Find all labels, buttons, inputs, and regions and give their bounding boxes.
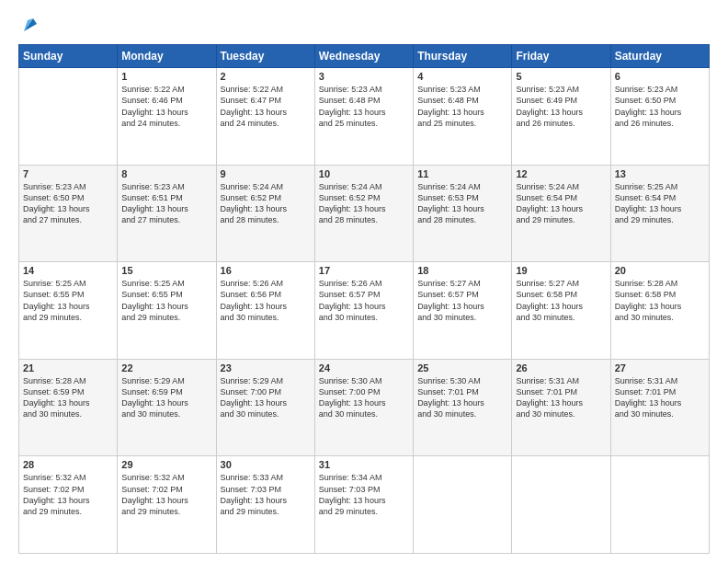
day-info: Sunrise: 5:28 AM Sunset: 6:58 PM Dayligh… [615, 278, 705, 323]
day-number: 29 [121, 459, 211, 470]
calendar-table: SundayMondayTuesdayWednesdayThursdayFrid… [18, 44, 710, 554]
day-number: 2 [221, 71, 311, 82]
weekday-friday: Friday [512, 45, 610, 68]
day-number: 28 [23, 459, 113, 470]
day-info: Sunrise: 5:25 AM Sunset: 6:54 PM Dayligh… [615, 181, 705, 226]
day-cell [610, 456, 709, 554]
day-cell: 17Sunrise: 5:26 AM Sunset: 6:57 PM Dayli… [314, 262, 413, 360]
weekday-saturday: Saturday [610, 45, 709, 68]
day-cell: 18Sunrise: 5:27 AM Sunset: 6:57 PM Dayli… [414, 262, 512, 360]
weekday-wednesday: Wednesday [314, 45, 413, 68]
day-cell: 4Sunrise: 5:23 AM Sunset: 6:48 PM Daylig… [414, 68, 512, 166]
day-info: Sunrise: 5:24 AM Sunset: 6:52 PM Dayligh… [221, 181, 311, 226]
day-info: Sunrise: 5:24 AM Sunset: 6:54 PM Dayligh… [516, 181, 606, 226]
day-number: 19 [516, 265, 606, 276]
day-cell: 21Sunrise: 5:28 AM Sunset: 6:59 PM Dayli… [19, 359, 118, 456]
weekday-thursday: Thursday [414, 45, 512, 68]
day-number: 23 [221, 362, 311, 373]
day-info: Sunrise: 5:23 AM Sunset: 6:49 PM Dayligh… [516, 84, 606, 129]
day-number: 4 [417, 71, 507, 82]
day-number: 25 [417, 362, 507, 373]
day-cell: 11Sunrise: 5:24 AM Sunset: 6:53 PM Dayli… [414, 165, 512, 262]
day-info: Sunrise: 5:31 AM Sunset: 7:01 PM Dayligh… [516, 375, 606, 420]
day-cell: 10Sunrise: 5:24 AM Sunset: 6:52 PM Dayli… [314, 165, 413, 262]
day-info: Sunrise: 5:23 AM Sunset: 6:51 PM Dayligh… [121, 181, 211, 226]
weekday-sunday: Sunday [19, 45, 118, 68]
day-number: 6 [615, 71, 705, 82]
day-cell: 20Sunrise: 5:28 AM Sunset: 6:58 PM Dayli… [610, 262, 709, 360]
day-cell: 29Sunrise: 5:32 AM Sunset: 7:02 PM Dayli… [118, 456, 216, 554]
day-cell: 27Sunrise: 5:31 AM Sunset: 7:01 PM Dayli… [610, 359, 709, 456]
weekday-header-row: SundayMondayTuesdayWednesdayThursdayFrid… [19, 45, 710, 68]
day-info: Sunrise: 5:32 AM Sunset: 7:02 PM Dayligh… [121, 472, 211, 517]
day-cell: 25Sunrise: 5:30 AM Sunset: 7:01 PM Dayli… [414, 359, 512, 456]
day-info: Sunrise: 5:23 AM Sunset: 6:48 PM Dayligh… [319, 84, 409, 129]
day-number: 1 [121, 71, 211, 82]
day-number: 3 [319, 71, 409, 82]
day-number: 14 [23, 265, 113, 276]
day-number: 8 [121, 168, 211, 179]
weekday-tuesday: Tuesday [216, 45, 314, 68]
day-number: 30 [221, 459, 311, 470]
day-info: Sunrise: 5:27 AM Sunset: 6:57 PM Dayligh… [417, 278, 507, 323]
day-number: 10 [319, 168, 409, 179]
day-cell: 12Sunrise: 5:24 AM Sunset: 6:54 PM Dayli… [512, 165, 610, 262]
day-cell: 14Sunrise: 5:25 AM Sunset: 6:55 PM Dayli… [19, 262, 118, 360]
logo-icon [20, 15, 40, 35]
day-number: 12 [516, 168, 606, 179]
day-cell: 6Sunrise: 5:23 AM Sunset: 6:50 PM Daylig… [610, 68, 709, 166]
day-info: Sunrise: 5:22 AM Sunset: 6:46 PM Dayligh… [121, 84, 211, 129]
day-cell: 3Sunrise: 5:23 AM Sunset: 6:48 PM Daylig… [314, 68, 413, 166]
day-number: 24 [319, 362, 409, 373]
day-cell [19, 68, 118, 166]
day-number: 31 [319, 459, 409, 470]
day-number: 18 [417, 265, 507, 276]
day-number: 7 [23, 168, 113, 179]
day-number: 21 [23, 362, 113, 373]
day-info: Sunrise: 5:33 AM Sunset: 7:03 PM Dayligh… [221, 472, 311, 517]
day-number: 27 [615, 362, 705, 373]
day-cell: 19Sunrise: 5:27 AM Sunset: 6:58 PM Dayli… [512, 262, 610, 360]
day-info: Sunrise: 5:29 AM Sunset: 7:00 PM Dayligh… [221, 375, 311, 420]
day-info: Sunrise: 5:27 AM Sunset: 6:58 PM Dayligh… [516, 278, 606, 323]
day-number: 13 [615, 168, 705, 179]
day-number: 22 [121, 362, 211, 373]
day-info: Sunrise: 5:26 AM Sunset: 6:56 PM Dayligh… [221, 278, 311, 323]
day-info: Sunrise: 5:31 AM Sunset: 7:01 PM Dayligh… [615, 375, 705, 420]
day-cell: 8Sunrise: 5:23 AM Sunset: 6:51 PM Daylig… [118, 165, 216, 262]
logo [18, 15, 39, 35]
day-info: Sunrise: 5:25 AM Sunset: 6:55 PM Dayligh… [121, 278, 211, 323]
day-info: Sunrise: 5:22 AM Sunset: 6:47 PM Dayligh… [221, 84, 311, 129]
day-number: 9 [221, 168, 311, 179]
day-cell: 9Sunrise: 5:24 AM Sunset: 6:52 PM Daylig… [216, 165, 314, 262]
day-number: 16 [221, 265, 311, 276]
day-cell: 24Sunrise: 5:30 AM Sunset: 7:00 PM Dayli… [314, 359, 413, 456]
day-cell: 16Sunrise: 5:26 AM Sunset: 6:56 PM Dayli… [216, 262, 314, 360]
day-cell [512, 456, 610, 554]
day-number: 11 [417, 168, 507, 179]
day-cell: 13Sunrise: 5:25 AM Sunset: 6:54 PM Dayli… [610, 165, 709, 262]
week-row-5: 28Sunrise: 5:32 AM Sunset: 7:02 PM Dayli… [19, 456, 710, 554]
day-info: Sunrise: 5:23 AM Sunset: 6:50 PM Dayligh… [23, 181, 113, 226]
day-number: 15 [121, 265, 211, 276]
day-info: Sunrise: 5:29 AM Sunset: 6:59 PM Dayligh… [121, 375, 211, 420]
day-number: 26 [516, 362, 606, 373]
day-info: Sunrise: 5:30 AM Sunset: 7:01 PM Dayligh… [417, 375, 507, 420]
day-info: Sunrise: 5:23 AM Sunset: 6:50 PM Dayligh… [615, 84, 705, 129]
day-cell: 23Sunrise: 5:29 AM Sunset: 7:00 PM Dayli… [216, 359, 314, 456]
day-cell: 22Sunrise: 5:29 AM Sunset: 6:59 PM Dayli… [118, 359, 216, 456]
day-info: Sunrise: 5:26 AM Sunset: 6:57 PM Dayligh… [319, 278, 409, 323]
day-info: Sunrise: 5:34 AM Sunset: 7:03 PM Dayligh… [319, 472, 409, 517]
week-row-4: 21Sunrise: 5:28 AM Sunset: 6:59 PM Dayli… [19, 359, 710, 456]
day-info: Sunrise: 5:28 AM Sunset: 6:59 PM Dayligh… [23, 375, 113, 420]
weekday-monday: Monday [118, 45, 216, 68]
day-info: Sunrise: 5:25 AM Sunset: 6:55 PM Dayligh… [23, 278, 113, 323]
header [18, 15, 710, 35]
day-info: Sunrise: 5:23 AM Sunset: 6:48 PM Dayligh… [417, 84, 507, 129]
day-info: Sunrise: 5:24 AM Sunset: 6:52 PM Dayligh… [319, 181, 409, 226]
week-row-1: 1Sunrise: 5:22 AM Sunset: 6:46 PM Daylig… [19, 68, 710, 166]
day-cell: 1Sunrise: 5:22 AM Sunset: 6:46 PM Daylig… [118, 68, 216, 166]
week-row-2: 7Sunrise: 5:23 AM Sunset: 6:50 PM Daylig… [19, 165, 710, 262]
day-number: 17 [319, 265, 409, 276]
day-cell: 26Sunrise: 5:31 AM Sunset: 7:01 PM Dayli… [512, 359, 610, 456]
